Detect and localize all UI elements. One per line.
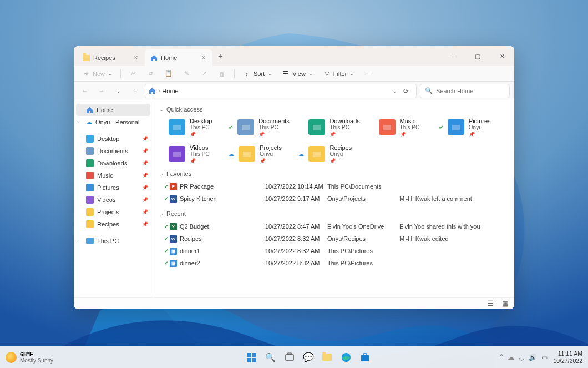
sync-icon: ✔ (164, 260, 169, 266)
thumbnails-view-button[interactable]: ▦ (500, 299, 510, 308)
file-row[interactable]: ✔WRecipes10/27/2022 8:32 AMOnyu\RecipesM… (164, 233, 508, 245)
tab-label: Recipes (93, 54, 115, 61)
forward-button[interactable]: → (95, 84, 108, 98)
sidebar-item-home[interactable]: Home (76, 104, 150, 116)
quick-access-downloads[interactable]: DownloadsThis PC📌 (304, 116, 367, 138)
breadcrumb-segment[interactable]: Home (162, 88, 178, 94)
pin-icon: 📌 (260, 158, 282, 164)
folder-icon (86, 220, 94, 228)
tab-recipes[interactable]: Recipes × (77, 49, 145, 66)
close-icon[interactable]: × (199, 53, 208, 62)
delete-button[interactable]: 🗑 (214, 68, 230, 80)
chevron-right-icon[interactable]: › (77, 238, 83, 244)
image-icon: ▣ (170, 248, 177, 255)
back-button[interactable]: ← (78, 84, 92, 98)
file-explorer-window: Recipes × Home × + — ▢ ✕ ⊕ New ⌄ ✂ ⧉ 📋 ✎… (74, 46, 514, 309)
details-view-button[interactable]: ☰ (485, 299, 495, 308)
quick-access-recipes[interactable]: ☁RecipesOnyu📌 (304, 143, 367, 165)
refresh-button[interactable]: ⟳ (399, 84, 413, 98)
sidebar-item-this-pc[interactable]: › This PC (76, 235, 150, 247)
store-button[interactable] (357, 349, 373, 366)
sidebar-item-documents[interactable]: Documents📌 (76, 145, 150, 157)
sync-icon: ✔ (164, 248, 169, 254)
pin-icon: 📌 (142, 185, 148, 190)
sidebar-item-onedrive[interactable]: › ☁ Onyu - Personal (76, 116, 150, 128)
sidebar-item-recipes[interactable]: Recipes📌 (76, 218, 150, 230)
tab-label: Home (161, 54, 177, 61)
pin-icon: 📌 (330, 132, 359, 137)
cloud-sync-icon: ☁ (229, 151, 234, 157)
address-bar-row: ← → ⌄ ↑ › Home ⌄ ⟳ 🔍 (74, 82, 514, 100)
tray-chevron-icon[interactable]: ˄ (500, 354, 503, 361)
pin-icon: 📌 (258, 132, 290, 137)
svg-rect-2 (242, 125, 250, 130)
sidebar-item-videos[interactable]: Videos📌 (76, 194, 150, 206)
close-button[interactable]: ✕ (490, 46, 514, 66)
quick-access-pictures[interactable]: ✔PicturesOnyu📌 (444, 116, 508, 138)
copy-button[interactable]: ⧉ (143, 68, 159, 80)
taskbar-weather[interactable]: 68°F Mostly Sunny (6, 351, 116, 364)
wifi-icon[interactable]: ◡ (519, 354, 524, 361)
cut-button[interactable]: ✂ (125, 68, 141, 80)
status-bar: ☰ ▦ (74, 297, 514, 309)
file-row[interactable]: ✔WSpicy Kitchen10/27/2022 9:17 AMOnyu\Pr… (164, 193, 508, 205)
up-button[interactable]: ↑ (128, 84, 141, 98)
new-tab-button[interactable]: + (212, 52, 228, 61)
chat-icon: 💬 (303, 352, 314, 362)
more-button[interactable]: ⋯ (360, 68, 376, 80)
pin-icon: 📌 (400, 132, 420, 137)
new-button[interactable]: ⊕ New ⌄ (78, 68, 116, 80)
section-header-favorites[interactable]: ⌄ Favorites (160, 170, 508, 177)
pin-icon: 📌 (142, 173, 148, 178)
search-box[interactable]: 🔍 (420, 84, 510, 98)
search-button[interactable]: 🔍 (262, 349, 279, 366)
rename-button[interactable]: ✎ (179, 68, 194, 80)
chat-button[interactable]: 💬 (300, 349, 317, 366)
start-button[interactable] (244, 349, 260, 366)
quick-access-projects[interactable]: ☁ProjectsOnyu📌 (234, 143, 297, 165)
edge-icon (341, 352, 351, 362)
sidebar-item-music[interactable]: Music📌 (76, 169, 150, 182)
view-button[interactable]: ☰ View ⌄ (278, 68, 317, 80)
task-view-button[interactable] (281, 349, 298, 366)
minimize-button[interactable]: — (441, 46, 465, 66)
folder-icon (308, 119, 325, 135)
quick-access-desktop[interactable]: DesktopThis PC📌 (164, 116, 227, 138)
address-bar[interactable]: › Home ⌄ ⟳ (145, 84, 417, 98)
sidebar-item-desktop[interactable]: Desktop📌 (76, 133, 150, 145)
close-icon[interactable]: × (131, 53, 140, 62)
edge-button[interactable] (338, 349, 354, 366)
share-button[interactable]: ↗ (196, 68, 212, 80)
file-row[interactable]: ✔▣dinner110/27/2022 8:32 AMThis PC\Pictu… (164, 245, 508, 257)
home-icon (86, 107, 93, 114)
maximize-button[interactable]: ▢ (465, 46, 490, 66)
file-row[interactable]: ✔PPR Package10/27/2022 10:14 AMThis PC\D… (164, 180, 508, 193)
section-header-recent[interactable]: ⌄ Recent (160, 210, 508, 217)
quick-access-music[interactable]: MusicThis PC📌 (374, 116, 438, 138)
file-row[interactable]: ✔XQ2 Budget10/27/2022 8:47 AMElvin Yoo's… (164, 220, 508, 233)
tab-home[interactable]: Home × (145, 49, 212, 66)
file-row[interactable]: ✔▣dinner210/27/2022 8:32 AMThis PC\Pictu… (164, 257, 508, 269)
battery-icon[interactable]: ▭ (541, 354, 548, 361)
sidebar-item-downloads[interactable]: Downloads📌 (76, 157, 150, 169)
file-explorer-button[interactable] (319, 349, 336, 366)
volume-icon[interactable]: 🔊 (529, 354, 537, 361)
quick-access-videos[interactable]: VideosThis PC📌 (164, 143, 227, 165)
taskbar-clock[interactable]: 11:11 AM 10/27/2022 (553, 350, 582, 364)
chevron-down-icon: ⌄ (350, 71, 354, 77)
search-input[interactable] (436, 88, 513, 94)
chevron-right-icon[interactable]: › (77, 119, 83, 125)
onedrive-tray-icon[interactable]: ☁ (508, 354, 514, 361)
section-header-quick-access[interactable]: ⌄ Quick access (160, 106, 508, 113)
recent-locations-button[interactable]: ⌄ (111, 84, 125, 98)
quick-access-documents[interactable]: ✔DocumentsThis PC📌 (234, 116, 297, 138)
more-icon: ⋯ (363, 69, 372, 78)
sidebar-item-projects[interactable]: Projects📌 (76, 206, 150, 218)
folder-icon (237, 119, 254, 135)
sidebar-item-pictures[interactable]: Pictures📌 (76, 182, 150, 194)
chevron-down-icon[interactable]: ⌄ (393, 88, 397, 94)
folder-icon (83, 55, 90, 61)
sort-button[interactable]: ↕ Sort ⌄ (239, 68, 276, 80)
filter-button[interactable]: ▽ Filter ⌄ (319, 68, 358, 80)
paste-button[interactable]: 📋 (161, 68, 176, 80)
